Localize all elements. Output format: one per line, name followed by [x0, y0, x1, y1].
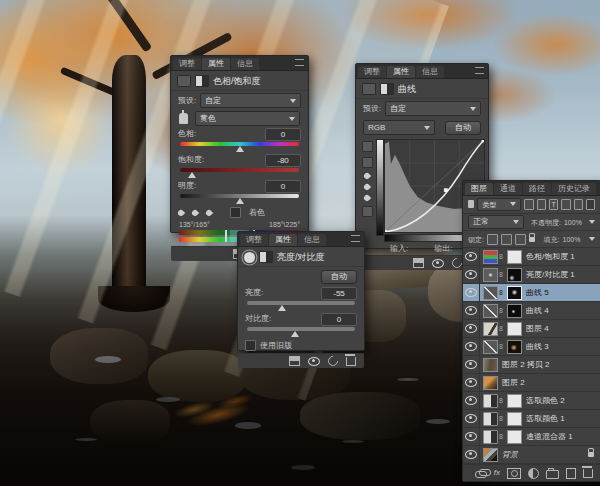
mask-thumbnail[interactable] — [507, 304, 522, 318]
visibility-toggle[interactable] — [463, 248, 480, 265]
tab-info[interactable]: 信息 — [298, 234, 326, 246]
delete-layer-icon[interactable] — [583, 469, 593, 478]
mask-badge-icon[interactable] — [380, 83, 394, 95]
auto-button[interactable]: 自动 — [445, 121, 481, 135]
auto-button[interactable]: 自动 — [321, 270, 357, 284]
mask-thumbnail[interactable] — [507, 340, 522, 354]
mask-badge-icon[interactable] — [195, 75, 209, 87]
lightness-value[interactable]: 0 — [265, 180, 301, 193]
layer-style-icon[interactable]: fx — [494, 469, 500, 477]
mask-thumbnail[interactable] — [507, 394, 522, 408]
opacity-value[interactable]: 100% — [564, 219, 582, 226]
add-mask-icon[interactable] — [507, 468, 521, 479]
chevron-down-icon[interactable] — [589, 220, 595, 224]
tab-properties[interactable]: 属性 — [202, 58, 230, 70]
layer-row-background[interactable]: 背景 — [463, 446, 600, 464]
tab-info[interactable]: 信息 — [416, 66, 444, 78]
eyedropper-subtract-icon[interactable] — [205, 208, 213, 216]
lightness-slider[interactable] — [180, 194, 299, 198]
layer-name[interactable]: 曲线 3 — [526, 343, 598, 351]
panel-menu-icon[interactable] — [475, 67, 484, 74]
new-layer-icon[interactable] — [566, 468, 576, 479]
tab-adjustments[interactable]: 调整 — [358, 66, 386, 78]
tab-info[interactable]: 信息 — [231, 58, 259, 70]
mask-thumbnail[interactable] — [507, 430, 522, 444]
curve-point[interactable] — [444, 188, 448, 192]
hue-value[interactable]: 0 — [265, 128, 301, 141]
preset-dropdown[interactable]: 自定 — [385, 101, 481, 116]
mask-thumbnail[interactable] — [507, 268, 522, 282]
layer-name[interactable]: 选取颜色 2 — [526, 397, 598, 405]
new-adjustment-layer-icon[interactable] — [528, 468, 539, 479]
visibility-toggle[interactable] — [463, 320, 480, 337]
filter-type-icon[interactable]: T — [549, 199, 558, 210]
visibility-toggle[interactable] — [463, 392, 480, 409]
saturation-slider-thumb[interactable] — [188, 172, 196, 178]
tab-adjustments[interactable]: 调整 — [240, 234, 268, 246]
pencil-icon[interactable] — [362, 157, 373, 168]
new-group-icon[interactable] — [546, 470, 559, 479]
lightness-slider-thumb[interactable] — [236, 198, 244, 204]
kind-dropdown[interactable]: 类型 — [477, 198, 521, 211]
layer-name[interactable]: 选取颜色 1 — [526, 415, 598, 423]
tab-properties[interactable]: 属性 — [269, 234, 297, 246]
black-point-eyedropper-icon[interactable] — [363, 172, 371, 180]
layer-name[interactable]: 亮度/对比度 1 — [526, 271, 598, 279]
filter-toggle-icon[interactable] — [586, 199, 595, 210]
visibility-toggle[interactable] — [463, 428, 480, 445]
mask-badge-icon[interactable] — [259, 251, 273, 263]
edit-points-icon[interactable] — [362, 141, 373, 152]
link-layers-icon[interactable] — [475, 471, 487, 478]
visibility-toggle[interactable] — [463, 302, 480, 319]
reset-icon[interactable] — [326, 354, 340, 368]
adjustment-thumbnail[interactable] — [483, 304, 498, 318]
layer-name[interactable]: 图层 2 拷贝 2 — [502, 361, 598, 369]
hue-slider[interactable] — [180, 142, 299, 146]
layer-row[interactable]: 8 曲线 4 — [463, 302, 600, 320]
layer-name[interactable]: 曲线 4 — [526, 307, 598, 315]
chevron-down-icon[interactable] — [589, 237, 595, 241]
layer-thumbnail[interactable] — [483, 376, 498, 390]
visibility-toggle[interactable] — [463, 356, 480, 373]
visibility-toggle[interactable] — [463, 446, 480, 463]
curve-point[interactable] — [384, 230, 387, 233]
tab-history[interactable]: 历史记录 — [552, 183, 596, 195]
tab-paths[interactable]: 路径 — [523, 183, 551, 195]
layer-name[interactable]: 曲线 5 — [526, 289, 598, 297]
visibility-toggle[interactable] — [463, 284, 480, 301]
hue-range-handle[interactable] — [225, 230, 227, 242]
brightness-value[interactable]: -55 — [321, 287, 357, 300]
mask-thumbnail[interactable] — [507, 286, 522, 300]
curve-point[interactable] — [482, 139, 485, 142]
layer-row-selected[interactable]: 8 曲线 5 — [463, 284, 600, 302]
saturation-value[interactable]: -80 — [265, 154, 301, 167]
adjustment-thumbnail[interactable] — [483, 412, 498, 426]
preset-dropdown[interactable]: 自定 — [200, 93, 301, 108]
layer-row[interactable]: 8 通道混合器 1 — [463, 428, 600, 446]
clip-to-layer-icon[interactable] — [289, 356, 300, 366]
layer-name[interactable]: 色相/饱和度 1 — [526, 253, 598, 261]
lock-position-icon[interactable] — [515, 234, 526, 245]
smooth-curve-icon[interactable] — [362, 206, 373, 217]
tab-adjustments[interactable]: 调整 — [173, 58, 201, 70]
filter-adjustment-icon[interactable] — [537, 199, 546, 210]
use-legacy-checkbox[interactable] — [245, 340, 256, 351]
layer-name[interactable]: 图层 4 — [526, 325, 598, 333]
panel-menu-icon[interactable] — [295, 59, 304, 66]
layer-name[interactable]: 通道混合器 1 — [526, 433, 598, 441]
filter-pixel-icon[interactable] — [524, 199, 533, 210]
white-point-eyedropper-icon[interactable] — [363, 194, 371, 202]
panel-menu-icon[interactable] — [351, 235, 360, 242]
filter-smart-object-icon[interactable] — [574, 199, 583, 210]
layer-thumbnail[interactable] — [483, 448, 498, 462]
lock-transparency-icon[interactable] — [487, 234, 498, 245]
filter-shape-icon[interactable] — [561, 199, 570, 210]
layer-row[interactable]: 8 选取颜色 2 — [463, 392, 600, 410]
contrast-value[interactable]: 0 — [321, 313, 357, 326]
adjustment-thumbnail[interactable] — [483, 430, 498, 444]
channel-dropdown[interactable]: 黄色 — [195, 111, 300, 126]
channel-dropdown[interactable]: RGB — [363, 120, 435, 135]
tab-channels[interactable]: 通道 — [494, 183, 522, 195]
visibility-icon[interactable] — [308, 357, 320, 366]
hue-slider-thumb[interactable] — [236, 146, 244, 152]
